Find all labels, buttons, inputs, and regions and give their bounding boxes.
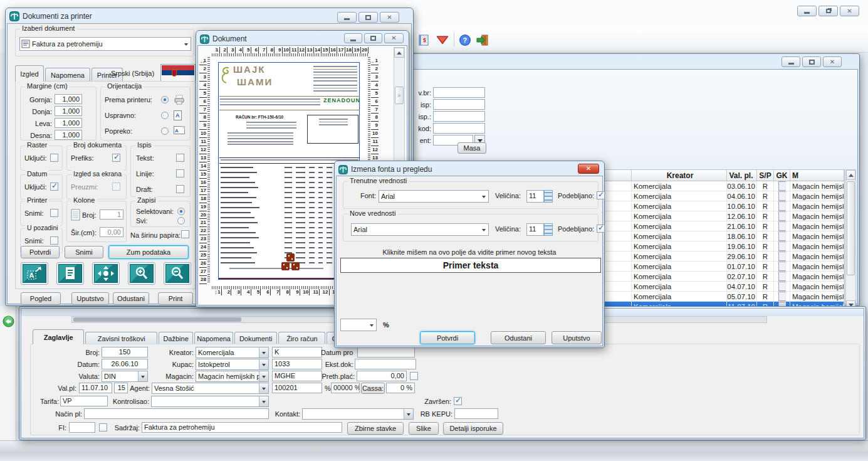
scrollbar-thumb[interactable]: ≡ xyxy=(395,87,404,104)
sample-text-field[interactable]: Primer teksta xyxy=(340,258,601,273)
spin-down-button[interactable] xyxy=(544,230,553,236)
chevron-down-icon[interactable] xyxy=(404,409,413,419)
minimize-button[interactable] xyxy=(782,56,800,67)
margin-input[interactable]: 1,000 xyxy=(55,130,82,140)
uputstvo-button[interactable]: Uputstvo xyxy=(552,331,602,344)
slike-button[interactable]: Slike xyxy=(409,422,439,435)
tarifa-input[interactable]: VP xyxy=(60,396,108,406)
kontakt-combo[interactable] xyxy=(302,408,414,420)
tab--iro-ra-un[interactable]: Žiro račun xyxy=(278,332,325,344)
close-button[interactable]: ✕ xyxy=(823,56,842,67)
chevron-down-icon[interactable] xyxy=(479,191,488,202)
margin-cursor-icon[interactable]: ↕ xyxy=(365,46,368,53)
printer-snimi-checkbox[interactable] xyxy=(50,209,58,217)
chevron-down-icon[interactable] xyxy=(259,396,268,406)
datum-input[interactable]: 26.06.10 xyxy=(102,359,148,369)
document-combo[interactable]: Faktura za petrohemiju xyxy=(19,37,191,51)
current-bold-checkbox[interactable] xyxy=(597,191,605,199)
chevron-down-icon[interactable] xyxy=(259,371,268,381)
raster-checkbox[interactable] xyxy=(50,154,58,162)
tab-napomena[interactable]: Napomena xyxy=(194,332,233,344)
font-resize-button[interactable]: A xyxy=(21,262,48,285)
form-input[interactable] xyxy=(433,87,485,98)
exit-icon[interactable] xyxy=(475,33,490,48)
orientation-radio[interactable] xyxy=(161,127,169,135)
datum-prometa-input[interactable] xyxy=(357,347,415,358)
scrollbar-thumb[interactable] xyxy=(73,317,241,322)
ispis-checkbox[interactable] xyxy=(176,169,184,178)
detalji-isporuke-button[interactable]: Detalji isporuke xyxy=(443,422,503,435)
chevron-down-icon[interactable] xyxy=(479,224,488,235)
prefiks-checkbox[interactable] xyxy=(112,154,120,162)
gk-checkbox[interactable] xyxy=(778,201,786,211)
new-bold-checkbox[interactable] xyxy=(597,225,605,233)
maximize-button[interactable] xyxy=(364,33,382,43)
uputstvo-button[interactable]: Uputstvo xyxy=(71,292,109,305)
spin-up-button[interactable] xyxy=(544,190,553,196)
cassa-button[interactable]: Cassa: xyxy=(361,383,385,394)
preth-plac-checkbox[interactable] xyxy=(410,372,418,380)
ekst-dok-input[interactable] xyxy=(355,359,416,369)
masa-button[interactable]: Masa xyxy=(458,142,486,154)
form-input[interactable] xyxy=(433,99,485,110)
column-header[interactable]: M xyxy=(790,170,844,181)
kontrolisao-combo[interactable] xyxy=(151,396,269,407)
back-icon[interactable] xyxy=(1,314,16,329)
minimize-button[interactable] xyxy=(337,12,357,23)
gk-checkbox[interactable] xyxy=(778,191,786,201)
tab-izgled[interactable]: Izgled xyxy=(15,65,44,82)
paper-width-checkbox[interactable] xyxy=(181,230,189,238)
new-size-spinner[interactable]: 11 xyxy=(526,223,553,236)
current-font-combo[interactable]: Arial xyxy=(379,190,489,203)
column-header[interactable]: Kreator xyxy=(632,170,727,181)
sirina-input[interactable]: 0,00 xyxy=(100,227,123,237)
potvrdi-button[interactable]: Potvrdi xyxy=(21,246,60,258)
gk-checkbox[interactable] xyxy=(778,231,786,241)
margin-cursor-icon[interactable]: ↕ xyxy=(214,289,217,295)
close-button[interactable]: ✕ xyxy=(578,164,599,174)
kreator-code-input[interactable]: K xyxy=(272,347,322,358)
ispis-checkbox[interactable] xyxy=(176,185,184,193)
margin-cursor-icon[interactable]: ↕ xyxy=(214,46,217,53)
margin-input[interactable]: 1,000 xyxy=(55,118,82,128)
ledger-icon[interactable]: $ xyxy=(416,33,431,48)
magacin-combo[interactable]: Magacin hemijskih proizvoda xyxy=(196,371,269,382)
orientation-radio[interactable] xyxy=(161,96,169,103)
ispis-checkbox[interactable] xyxy=(176,154,184,162)
gk-checkbox[interactable] xyxy=(778,211,786,221)
zbirne-stavke-button[interactable]: Zbirne stavke xyxy=(347,422,404,435)
minimize-button[interactable] xyxy=(344,33,362,43)
tab-zaglavlje[interactable]: Zaglavlje xyxy=(33,329,84,344)
agent-code-input[interactable]: 100201 xyxy=(272,383,322,393)
scroll-up-button[interactable] xyxy=(846,170,855,180)
scroll-up-button[interactable] xyxy=(394,48,404,58)
zavrsen-checkbox[interactable] xyxy=(454,397,462,405)
fi-input[interactable] xyxy=(69,422,95,433)
document-view-button[interactable] xyxy=(56,262,84,285)
form-input[interactable] xyxy=(433,111,485,122)
snimi-button[interactable]: Snimi xyxy=(65,246,103,258)
spin-up-button[interactable] xyxy=(544,223,553,230)
val-pl-input[interactable]: 11.07.10 xyxy=(79,383,112,393)
close-button[interactable]: ✕ xyxy=(380,12,399,23)
zapisi-radio[interactable] xyxy=(177,208,185,215)
gk-checkbox[interactable] xyxy=(778,221,786,231)
gk-checkbox[interactable] xyxy=(778,282,786,291)
kupac-combo[interactable]: Istokpetrol xyxy=(196,359,269,370)
pan-button[interactable] xyxy=(92,262,120,285)
agent-combo[interactable]: Vesna Stošić xyxy=(152,383,269,394)
chevron-down-icon[interactable] xyxy=(259,383,268,393)
column-header[interactable]: GK xyxy=(774,170,790,181)
sadrzaj-input[interactable]: Faktura za petrohemiju xyxy=(142,422,342,433)
chevron-down-icon[interactable] xyxy=(259,359,268,369)
gk-checkbox[interactable] xyxy=(778,181,786,191)
valuta-combo[interactable]: DIN xyxy=(102,371,148,382)
orientation-radio[interactable] xyxy=(161,112,169,119)
chevron-down-icon[interactable] xyxy=(138,371,147,381)
margin-input[interactable]: 1,000 xyxy=(55,94,82,104)
gk-checkbox[interactable] xyxy=(778,262,786,271)
odustani-button[interactable]: Odustani xyxy=(491,331,546,344)
chevron-down-icon[interactable] xyxy=(181,38,191,50)
column-header[interactable]: S/P xyxy=(757,170,774,181)
tab-napomena[interactable]: Napomena xyxy=(45,68,90,82)
